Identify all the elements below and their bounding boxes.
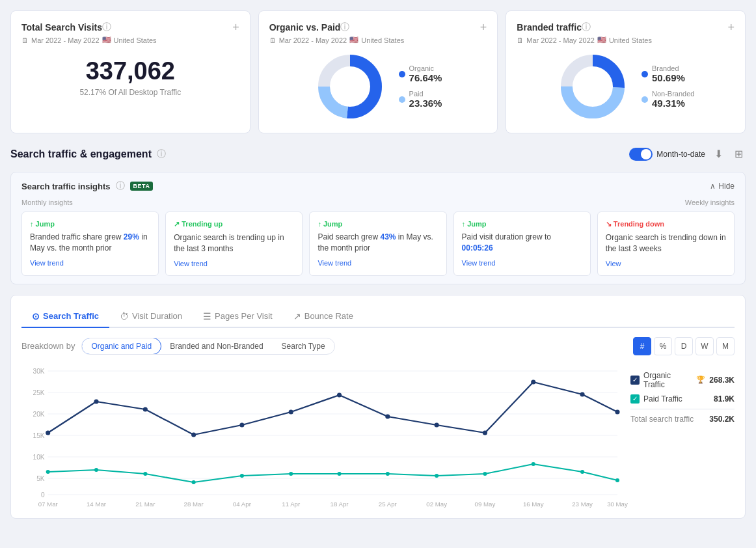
- insights-info-icon[interactable]: ⓘ: [116, 180, 125, 192]
- svg-point-21: [94, 399, 98, 404]
- insight-text-3: Paid visit duration grew to 00:05:26: [462, 232, 582, 254]
- svg-text:30K: 30K: [33, 368, 45, 375]
- insight-type-1: ↗ Trending up: [174, 220, 294, 228]
- view-trend-1[interactable]: View trend: [174, 260, 294, 267]
- info-icon-3[interactable]: ⓘ: [582, 21, 591, 33]
- ctrl-hash[interactable]: #: [633, 337, 651, 355]
- info-icon-1[interactable]: ⓘ: [102, 21, 111, 33]
- insight-type-3: ↑ Jump: [462, 220, 582, 228]
- svg-text:11 Apr: 11 Apr: [282, 500, 301, 508]
- organic-check[interactable]: ✓: [630, 376, 640, 385]
- legend-total: Total search traffic 350.2K: [630, 415, 735, 424]
- total-search-visits-card: Total Search Visits ⓘ + 🗓 Mar 2022 - May…: [10, 10, 250, 133]
- donut-legend-2: Organic 76.64% Paid 23.36%: [399, 64, 442, 109]
- organic-label: Organic: [409, 64, 442, 72]
- insight-text-1: Organic search is trending up in the las…: [174, 232, 294, 254]
- nonbranded-value: 49.31%: [652, 98, 694, 109]
- svg-point-45: [615, 478, 619, 482]
- organic-vs-paid-card: Organic vs. Paid ⓘ + 🗓 Mar 2022 - May 20…: [258, 10, 498, 133]
- tab-visit-duration-label: Visit Duration: [132, 311, 182, 321]
- svg-point-34: [94, 468, 98, 472]
- download-button[interactable]: ⬇: [712, 146, 725, 161]
- tab-bounce-label: Bounce Rate: [304, 311, 353, 321]
- insights-title: Search traffic insights: [21, 182, 111, 191]
- paid-dot: [399, 96, 405, 103]
- search-traffic-icon: ⊙: [32, 311, 40, 322]
- view-trend-2[interactable]: View trend: [317, 259, 438, 267]
- svg-point-43: [532, 462, 535, 466]
- svg-point-37: [240, 474, 244, 478]
- donut-chart-2: [314, 51, 386, 122]
- add-card-2[interactable]: +: [480, 21, 487, 33]
- section-actions: Month-to-date ⬇ ⊞: [629, 146, 746, 161]
- line-chart-svg: 30K 25K 20K 15K 10K 5K 0: [21, 364, 617, 508]
- ctrl-percent[interactable]: %: [654, 337, 672, 355]
- svg-point-22: [143, 407, 148, 411]
- chart-legend: ✓ Organic Traffic 🏆 268.3K ✓ Paid Traffi…: [630, 364, 735, 508]
- breakdown-tab-organic-paid[interactable]: Organic and Paid: [81, 338, 161, 355]
- svg-text:20K: 20K: [33, 411, 45, 418]
- big-sub: 52.17% Of All Desktop Traffic: [21, 88, 239, 97]
- add-card-1[interactable]: +: [232, 21, 239, 33]
- insights-panel: Search traffic insights ⓘ BETA ∧ Hide Mo…: [10, 172, 746, 284]
- legend-divider: [630, 409, 735, 409]
- chart-canvas: 30K 25K 20K 15K 10K 5K 0: [21, 364, 617, 508]
- breakdown-tab-branded[interactable]: Branded and Non-Branded: [161, 338, 272, 354]
- insights-cards: ↑ Jump Branded traffic share grew 29% in…: [21, 212, 735, 276]
- branded-value: 50.69%: [652, 72, 685, 83]
- insights-header: Search traffic insights ⓘ BETA ∧ Hide: [21, 180, 735, 192]
- hide-button[interactable]: ∧ Hide: [710, 182, 735, 191]
- tab-bounce-rate[interactable]: ↗ Bounce Rate: [283, 306, 364, 328]
- toggle-label: Month-to-date: [656, 150, 705, 159]
- svg-text:18 Apr: 18 Apr: [331, 500, 349, 508]
- tab-search-traffic[interactable]: ⊙ Search Traffic: [21, 306, 109, 328]
- add-card-3[interactable]: +: [728, 21, 735, 33]
- organic-value: 76.64%: [409, 72, 442, 83]
- legend-row-paid: ✓ Paid Traffic 81.9K: [630, 394, 735, 404]
- insight-type-4: ↘ Trending down: [606, 220, 726, 228]
- svg-point-20: [46, 430, 50, 435]
- view-trend-4[interactable]: View: [606, 260, 726, 267]
- ctrl-d[interactable]: D: [675, 337, 693, 355]
- view-trend-3[interactable]: View trend: [462, 259, 582, 267]
- svg-text:25 Apr: 25 Apr: [379, 500, 398, 508]
- svg-text:30 May: 30 May: [607, 500, 628, 508]
- insight-card-4: ↘ Trending down Organic search is trendi…: [597, 212, 735, 276]
- branded-label: Branded: [652, 64, 685, 72]
- svg-point-32: [615, 409, 619, 414]
- view-trend-0[interactable]: View trend: [30, 259, 150, 267]
- svg-point-35: [143, 472, 147, 476]
- insight-card-2: ↑ Jump Paid search grew 43% in May vs. t…: [309, 212, 446, 276]
- svg-text:07 Mar: 07 Mar: [38, 500, 59, 508]
- insights-labels: Monthly insights Weekly insights: [21, 199, 735, 212]
- svg-point-23: [191, 432, 196, 437]
- weekly-label: Weekly insights: [685, 199, 735, 212]
- breakdown-label: Breakdown by: [21, 341, 75, 351]
- info-icon-2[interactable]: ⓘ: [340, 21, 349, 33]
- export-excel-button[interactable]: ⊞: [732, 146, 746, 161]
- card-subtitle-2: 🗓 Mar 2022 - May 2022 🇺🇸 United States: [269, 36, 487, 44]
- tab-visit-duration[interactable]: ⏱ Visit Duration: [109, 306, 193, 328]
- svg-text:28 Mar: 28 Mar: [184, 500, 204, 508]
- svg-point-27: [385, 414, 390, 418]
- svg-point-26: [337, 392, 342, 397]
- ctrl-m[interactable]: M: [716, 337, 735, 355]
- svg-text:10K: 10K: [33, 454, 45, 461]
- section-title: Search traffic & engagement: [10, 148, 152, 160]
- ctrl-w[interactable]: W: [695, 337, 714, 355]
- paid-check[interactable]: ✓: [630, 394, 640, 404]
- section-info-icon[interactable]: ⓘ: [157, 148, 166, 160]
- breakdown-tab-search-type[interactable]: Search Type: [273, 338, 334, 354]
- chart-wrap: 30K 25K 20K 15K 10K 5K 0: [21, 364, 735, 508]
- svg-point-42: [483, 472, 487, 476]
- nonbranded-dot: [641, 96, 648, 103]
- pages-icon: ☰: [203, 311, 211, 322]
- donut-chart-3: [557, 51, 628, 122]
- tab-pages-per-visit[interactable]: ☰ Pages Per Visit: [193, 306, 283, 328]
- branded-dot: [641, 71, 648, 77]
- branded-traffic-card: Branded traffic ⓘ + 🗓 Mar 2022 - May 202…: [506, 10, 746, 133]
- card-title-2: Organic vs. Paid: [269, 22, 341, 33]
- month-to-date-toggle[interactable]: [629, 148, 653, 161]
- bounce-icon: ↗: [293, 311, 301, 322]
- svg-point-24: [239, 422, 244, 427]
